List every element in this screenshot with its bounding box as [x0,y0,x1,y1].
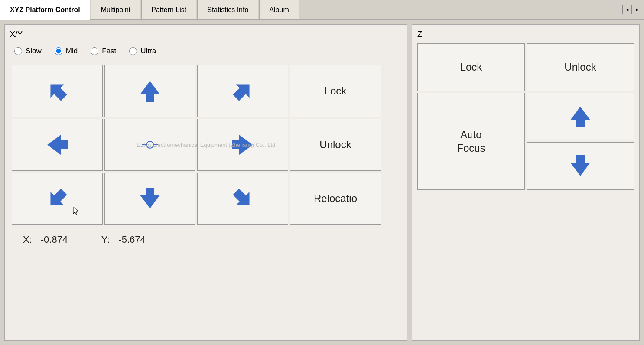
relocation-button[interactable]: Relocatio [290,172,381,225]
lock-button[interactable]: Lock [290,65,381,117]
main-content: X/Y Slow Mid Fast Ultra EBPu Electromech… [0,20,644,345]
tab-statistics-info[interactable]: Statistics Info [197,0,258,19]
speed-selector: Slow Mid Fast Ultra [14,47,402,55]
coordinates-row: X: -0.874 Y: -5.674 [23,234,402,245]
move-up-left-button[interactable] [12,65,103,117]
z-panel: Z Lock Unlock AutoFocus [412,24,640,341]
tab-prev-button[interactable]: ◄ [622,5,632,14]
move-center-button[interactable] [104,119,195,171]
svg-marker-12 [231,187,254,210]
z-panel-title: Z [417,30,634,39]
z-lock-button[interactable]: Lock [417,43,525,91]
svg-marker-10 [46,187,69,210]
crosshair-icon [141,136,159,153]
tab-album[interactable]: Album [259,0,299,19]
y-value: -5.674 [118,234,157,245]
speed-option-slow[interactable]: Slow [14,47,42,55]
svg-marker-11 [140,188,160,208]
down-left-arrow-icon [46,187,69,210]
z-unlock-button[interactable]: Unlock [527,43,634,91]
svg-marker-9 [232,135,253,155]
x-label: X: [23,234,32,245]
xy-panel: X/Y Slow Mid Fast Ultra EBPu Electromech… [4,24,407,341]
left-arrow-icon [46,133,69,156]
move-down-left-button[interactable] [12,172,103,225]
move-right-button[interactable] [197,119,288,171]
tab-pattern-list[interactable]: Pattern List [141,0,196,19]
z-down-arrow-icon [569,154,592,178]
move-down-right-button[interactable] [197,172,288,225]
move-up-right-button[interactable] [197,65,288,117]
x-value: -0.874 [41,234,80,245]
z-auto-focus-button[interactable]: AutoFocus [417,93,525,190]
speed-radio-fast[interactable] [91,47,98,55]
move-down-button[interactable] [104,172,195,225]
tab-multipoint[interactable]: Multipoint [91,0,140,19]
z-down-button[interactable] [527,142,634,190]
speed-radio-slow[interactable] [14,47,22,55]
speed-option-fast[interactable]: Fast [91,47,116,55]
move-left-button[interactable] [12,119,103,171]
down-right-arrow-icon [231,187,254,210]
down-arrow-icon [138,187,162,210]
z-up-arrow-icon [569,105,592,128]
svg-marker-2 [231,79,254,103]
tab-bar: XYZ Platform Control Multipoint Pattern … [0,0,644,20]
unlock-button[interactable]: Unlock [290,119,381,171]
tab-xyz-platform-control[interactable]: XYZ Platform Control [0,0,90,20]
svg-marker-0 [46,79,69,103]
up-arrow-icon [138,79,162,103]
tab-nav-buttons: ◄ ► [621,0,644,19]
y-label: Y: [101,234,110,245]
speed-option-ultra[interactable]: Ultra [129,47,156,55]
speed-radio-mid[interactable] [55,47,62,55]
up-left-arrow-icon [46,79,69,103]
tab-next-button[interactable]: ► [633,5,642,14]
svg-point-4 [146,141,153,148]
right-arrow-icon [231,133,254,156]
xy-panel-title: X/Y [10,30,402,39]
z-up-button[interactable] [527,93,634,140]
svg-marker-3 [47,135,68,155]
speed-radio-ultra[interactable] [129,47,137,55]
svg-marker-14 [570,107,590,127]
svg-marker-15 [570,155,590,176]
move-up-button[interactable] [104,65,195,117]
up-right-arrow-icon [231,79,254,103]
speed-option-mid[interactable]: Mid [55,47,78,55]
svg-marker-1 [140,81,160,102]
z-grid: Lock Unlock AutoFocus [417,43,634,190]
xy-grid: EBPu Electromechanical Equipment (Zhejia… [12,65,402,225]
